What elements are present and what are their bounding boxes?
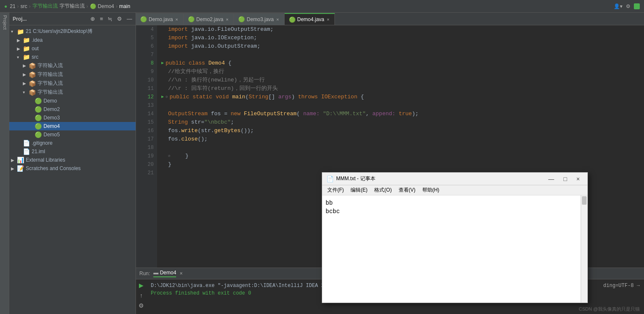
ln-5: 5 bbox=[136, 34, 154, 42]
tree-item-gitignore[interactable]: ▶ 📄 .gitignore bbox=[9, 139, 136, 147]
ln-14: 14 bbox=[136, 110, 154, 118]
tab-demo3-close[interactable]: × bbox=[275, 17, 280, 22]
run-panel-tab-close[interactable]: × bbox=[179, 271, 182, 276]
tab-demo2-close[interactable]: × bbox=[225, 17, 229, 22]
project-icon: ● bbox=[4, 3, 7, 9]
sidebar-tool-add[interactable]: ⊕ bbox=[89, 15, 97, 23]
notepad-menu-help[interactable]: 帮助(H) bbox=[419, 186, 443, 195]
tree-item-idea[interactable]: ▶ 📁 .idea bbox=[9, 36, 136, 44]
tab-demo3-java[interactable]: 🟢 Demo3.java × bbox=[234, 13, 284, 25]
run-output-text: Process finished with exit code 0 bbox=[151, 290, 251, 296]
sidebar-tool-settings[interactable]: ⚙ bbox=[115, 15, 124, 23]
tree-item-char-in[interactable]: ▶ 📦 字符输入流 bbox=[9, 61, 136, 70]
tree-item-demo5[interactable]: ▶ 🟢 Demo5 bbox=[9, 130, 136, 139]
code-line-20: } bbox=[161, 160, 644, 169]
tree-item-demo[interactable]: ▶ 🟢 Demo bbox=[9, 97, 136, 105]
indicator bbox=[634, 3, 640, 9]
notepad-minimize-btn[interactable]: — bbox=[545, 175, 557, 183]
tree-item-ext-libs[interactable]: ▶ 📊 External Libraries bbox=[9, 156, 136, 164]
tree-item-byte-in[interactable]: ▶ 📦 字节输入流 bbox=[9, 79, 136, 88]
run-btn-12[interactable]: ▶ bbox=[161, 93, 164, 101]
iml-icon: 📄 bbox=[23, 148, 30, 155]
notepad-menu-format[interactable]: 格式(O) bbox=[371, 186, 395, 195]
tree-label-demo: Demo bbox=[43, 98, 57, 104]
notepad-scrollbar-thumb[interactable] bbox=[582, 196, 587, 205]
tab-demo4-close[interactable]: × bbox=[326, 17, 330, 22]
sidebar-tool-sort[interactable]: ≒ bbox=[106, 15, 114, 23]
stop-button[interactable]: ↑ bbox=[138, 291, 145, 300]
tab-demo4-label: Demo4.java bbox=[297, 16, 324, 22]
notepad-title: MMM.txt - 记事本 bbox=[336, 175, 542, 182]
tree-item-char-out[interactable]: ▶ 📦 字符输出流 bbox=[9, 70, 136, 79]
notepad-scrollbar[interactable] bbox=[581, 195, 587, 303]
bc-bytes-out-label[interactable]: 字节输出流 bbox=[60, 3, 85, 10]
notepad-menu-file[interactable]: 文件(F) bbox=[324, 186, 347, 195]
scroll-down-button[interactable]: ↓ bbox=[138, 311, 145, 314]
bc-21[interactable]: 21 bbox=[10, 3, 15, 9]
code-line-14: OutputStream fos = new FileOutputStream(… bbox=[161, 110, 644, 118]
notepad-menu-view[interactable]: 查看(V) bbox=[395, 186, 419, 195]
byte-out-icon: 📦 bbox=[29, 89, 36, 96]
code-line-12: ▶ ⊘ public static void main(String[] arg… bbox=[161, 93, 644, 101]
tree-item-src[interactable]: ▾ 📁 src bbox=[9, 53, 136, 61]
tab-demo-label: Demo.java bbox=[149, 16, 173, 22]
tab-demo4-icon: 🟢 bbox=[289, 16, 296, 23]
tree-item-scratches[interactable]: ▶ 📝 Scratches and Consoles bbox=[9, 164, 136, 173]
tab-demo-java[interactable]: 🟢 Demo.java × bbox=[136, 13, 184, 25]
demo2-java-icon: 🟢 bbox=[35, 106, 42, 113]
sidebar-tab-label[interactable]: Proj... bbox=[11, 16, 28, 22]
ln-19: 19 bbox=[136, 152, 154, 160]
user-icon[interactable]: 👤▾ bbox=[614, 3, 622, 9]
scratches-icon: 📝 bbox=[17, 165, 24, 172]
bc-bytes-out[interactable]: 字节输出流 bbox=[33, 3, 58, 10]
notepad-titlebar: 📄 MMM.txt - 记事本 — □ × bbox=[322, 173, 587, 185]
ln-12: 12 bbox=[136, 93, 154, 101]
tab-demo4-java[interactable]: 🟢 Demo4.java × bbox=[285, 13, 335, 25]
tree-label-out: out bbox=[32, 46, 39, 51]
run-panel-label: Run: bbox=[139, 271, 150, 276]
rerun-button[interactable]: ⚙ bbox=[138, 301, 145, 310]
tree-label-ext-libs: External Libraries bbox=[26, 157, 65, 163]
tab-demo3-label: Demo3.java bbox=[247, 16, 274, 22]
tree-item-out[interactable]: ▶ 📁 out bbox=[9, 44, 136, 53]
tree-item-demo3[interactable]: ▶ 🟢 Demo3 bbox=[9, 114, 136, 122]
tree-item-iml[interactable]: ▶ 📄 21.iml bbox=[9, 147, 136, 156]
ln-18: 18 bbox=[136, 143, 154, 152]
code-line-13 bbox=[161, 101, 644, 110]
code-line-4: import java.io.FileOutputStream; bbox=[161, 25, 644, 34]
bc-demo4[interactable]: Demo4 bbox=[98, 3, 114, 9]
ln-17: 17 bbox=[136, 135, 154, 143]
bc-main: main bbox=[119, 3, 130, 9]
tree-label-byte-out: 字节输出流 bbox=[38, 89, 63, 96]
project-vertical-tab[interactable]: Project bbox=[0, 13, 9, 314]
code-line-10: //\n : 换行符(newline)，另起一行 bbox=[161, 76, 644, 84]
tree-label-src: src bbox=[32, 54, 38, 60]
tab-demo-close[interactable]: × bbox=[174, 17, 179, 22]
sidebar-tool-list[interactable]: ≡ bbox=[98, 15, 105, 23]
tree-item-root[interactable]: ▾ 📁 21 C:\Users\vjn28\Desktop\博 bbox=[9, 27, 136, 36]
tree-label-demo4: Demo4 bbox=[43, 123, 60, 129]
notepad-icon: 📄 bbox=[326, 176, 334, 182]
notepad-menu-edit[interactable]: 编辑(E) bbox=[347, 186, 371, 195]
notepad-window[interactable]: 📄 MMM.txt - 记事本 — □ × 文件(F) 编辑(E) 格式(O) … bbox=[322, 172, 588, 303]
run-panel-tab[interactable]: ▬ Demo4 bbox=[153, 270, 176, 277]
ln-21: 21 bbox=[136, 169, 154, 177]
bc-demo4-icon: 🟢 bbox=[90, 3, 96, 9]
sidebar: Proj... ⊕ ≡ ≒ ⚙ — ▾ 📁 21 C:\Users\vjn28\… bbox=[9, 13, 136, 314]
tree-item-byte-out[interactable]: ▾ 📦 字节输出流 bbox=[9, 88, 136, 97]
run-button[interactable]: ▶ bbox=[138, 281, 145, 290]
tree-item-demo2[interactable]: ▶ 🟢 Demo2 bbox=[9, 105, 136, 114]
bc-src[interactable]: src bbox=[21, 3, 27, 9]
notepad-content[interactable]: bb bcbc bbox=[322, 195, 581, 303]
code-line-7 bbox=[161, 51, 644, 59]
sidebar-tree: ▾ 📁 21 C:\Users\vjn28\Desktop\博 ▶ 📁 .ide… bbox=[9, 25, 136, 314]
notepad-maximize-btn[interactable]: □ bbox=[560, 175, 570, 183]
run-btn-8[interactable]: ▶ bbox=[161, 59, 164, 68]
top-bar: ● 21 › src › 字节输出流 字节输出流 › 🟢 Demo4 › mai… bbox=[0, 0, 644, 13]
code-line-16: fos.write(str.getBytes()); bbox=[161, 127, 644, 135]
sidebar-tool-collapse[interactable]: — bbox=[125, 15, 134, 23]
settings-icon[interactable]: ⚙ bbox=[626, 3, 630, 9]
tab-demo2-java[interactable]: 🟢 Demo2.java × bbox=[184, 13, 234, 25]
notepad-close-btn[interactable]: × bbox=[573, 175, 583, 183]
tree-item-demo4[interactable]: ▶ 🟢 Demo4 bbox=[9, 122, 136, 130]
